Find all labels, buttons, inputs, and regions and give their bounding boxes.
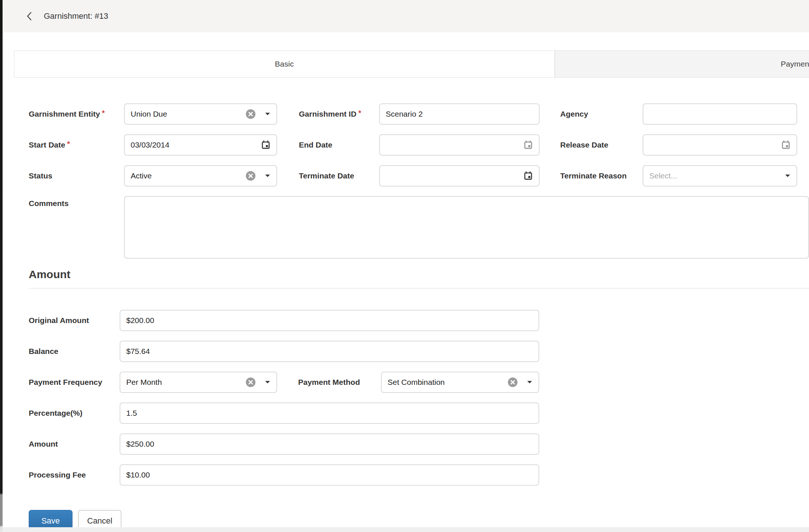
status-label: Status [29,171,124,180]
amount-field[interactable] [120,433,539,455]
basic-form-section: Garnishment Entity* Union Due Garnishmen… [3,103,809,259]
form-row: Processing Fee [29,464,809,486]
window-edge [0,0,3,532]
start-date-label: Start Date* [29,141,124,149]
form-row: Balance [29,341,809,362]
percentage-input[interactable] [126,409,533,418]
tab-basic[interactable]: Basic [14,51,555,77]
form-row: Comments [29,196,809,259]
start-date-value: 03/03/2014 [131,141,261,149]
agency-input[interactable] [649,110,791,118]
terminate-reason-label: Terminate Reason [560,171,643,180]
calendar-icon[interactable] [523,171,533,181]
original-amount-input[interactable] [126,316,533,325]
page-header: Garnishment: #13 [3,0,809,32]
tab-bar-clip: Basic Payments [3,50,809,78]
circle-x-icon[interactable] [245,109,256,119]
required-marker: * [67,140,70,148]
terminate-reason-placeholder: Select... [649,171,785,180]
caret-down-icon[interactable] [785,174,791,178]
end-date-label: End Date [299,141,379,149]
terminate-date-field[interactable] [379,165,540,187]
payment-method-select[interactable]: Set Combination [381,372,539,393]
back-button[interactable] [24,10,35,23]
balance-label: Balance [29,347,120,356]
amount-section-heading: Amount [29,268,809,281]
chevron-left-icon [25,11,33,21]
calendar-icon[interactable] [261,140,271,150]
release-date-label: Release Date [560,141,643,149]
caret-down-icon[interactable] [265,380,271,384]
tab-bar: Basic Payments [14,50,809,78]
balance-input[interactable] [126,347,533,356]
required-marker: * [358,109,361,117]
payment-method-value: Set Combination [388,378,508,387]
footer-strip [3,527,809,532]
balance-field[interactable] [120,341,539,362]
processing-fee-field[interactable] [120,464,539,486]
terminate-reason-select[interactable]: Select... [643,165,797,187]
tab-basic-label: Basic [275,60,294,68]
form-row: Garnishment Entity* Union Due Garnishmen… [29,103,809,125]
release-date-field[interactable] [643,134,797,156]
calendar-icon[interactable] [781,140,791,150]
payment-frequency-label: Payment Frequency [29,378,120,387]
percentage-field[interactable] [120,402,539,424]
circle-x-icon[interactable] [245,377,256,387]
circle-x-icon[interactable] [245,171,256,181]
caret-down-icon[interactable] [265,112,271,116]
payment-method-label: Payment Method [298,378,381,387]
end-date-field[interactable] [379,134,540,156]
original-amount-label: Original Amount [29,316,120,325]
garnishment-entity-value: Union Due [131,110,245,118]
start-date-field[interactable]: 03/03/2014 [124,134,277,156]
garnishment-detail-page: Garnishment: #13 Basic Payments Garnishm… [3,0,809,532]
calendar-icon[interactable] [523,140,533,150]
form-row: Amount [29,433,809,455]
percentage-label: Percentage(%) [29,409,120,418]
payment-frequency-select[interactable]: Per Month [120,372,277,393]
section-divider [29,288,809,288]
tab-payments[interactable]: Payments [555,51,809,77]
amount-label: Amount [29,440,120,448]
payment-frequency-value: Per Month [126,378,245,387]
caret-down-icon[interactable] [527,380,533,384]
garnishment-entity-select[interactable]: Union Due [124,103,277,125]
amount-input[interactable] [126,440,533,448]
page-title: Garnishment: #13 [44,11,108,21]
tab-payments-label: Payments [781,60,809,68]
agency-label: Agency [560,110,643,118]
garnishment-id-label: Garnishment ID* [299,110,379,118]
comments-label: Comments [29,196,124,208]
processing-fee-label: Processing Fee [29,471,120,479]
garnishment-id-input[interactable] [386,110,533,118]
comments-input[interactable] [124,196,809,259]
garnishment-id-field[interactable] [379,103,540,125]
terminate-date-label: Terminate Date [299,171,379,180]
status-value: Active [131,171,245,180]
caret-down-icon[interactable] [265,174,271,178]
original-amount-field[interactable] [120,310,539,331]
form-row: Percentage(%) [29,402,809,424]
form-row: Status Active Terminate Date Terminate R… [29,165,809,187]
circle-x-icon[interactable] [508,377,518,387]
required-marker: * [102,109,105,117]
amount-form-section: Original Amount Balance Payment Frequenc… [3,310,809,532]
processing-fee-input[interactable] [126,471,533,479]
agency-field[interactable] [643,103,797,125]
form-row: Start Date* 03/03/2014 End Date Release … [29,134,809,156]
form-row: Payment Frequency Per Month Payment Meth… [29,372,809,393]
status-select[interactable]: Active [124,165,277,187]
form-row: Original Amount [29,310,809,331]
garnishment-entity-label: Garnishment Entity* [29,110,124,118]
